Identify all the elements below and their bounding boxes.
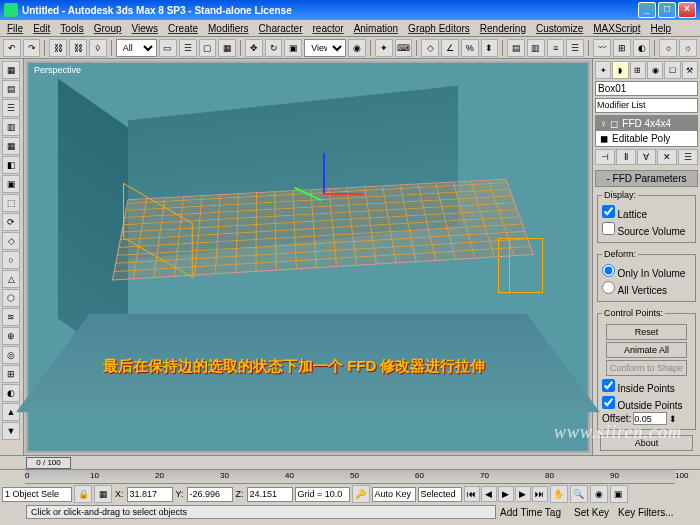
key-icon[interactable]: 🔑 [352, 485, 370, 503]
x-axis-icon[interactable] [323, 193, 363, 195]
display-tab[interactable]: ☐ [664, 61, 680, 79]
timeline-ruler[interactable]: 0102030405060708090100 [25, 470, 675, 484]
keyfilters-button[interactable]: Key Filters... [618, 507, 674, 518]
maximize-button[interactable]: □ [658, 2, 676, 18]
time-slider[interactable]: 0 / 100 [26, 457, 71, 469]
window-crossing-button[interactable]: ▦ [218, 39, 236, 57]
outside-points-checkbox[interactable]: Outside Points [602, 395, 691, 412]
modifier-list-dropdown[interactable]: Modifier List [595, 98, 698, 113]
render-scene-button[interactable]: ☼ [659, 39, 677, 57]
scale-button[interactable]: ▣ [284, 39, 302, 57]
motion-tab[interactable]: ◉ [647, 61, 663, 79]
lock-button[interactable]: 🔒 [74, 485, 92, 503]
material-button[interactable]: ◐ [633, 39, 651, 57]
configure-button[interactable]: ☰ [678, 149, 698, 165]
select-region-button[interactable]: ▢ [199, 39, 217, 57]
inside-points-checkbox[interactable]: Inside Points [602, 378, 691, 395]
menu-modifiers[interactable]: Modifiers [203, 23, 254, 34]
menu-graph editors[interactable]: Graph Editors [403, 23, 475, 34]
tool-icon[interactable]: ▥ [2, 118, 20, 136]
mirror-button[interactable]: ▥ [527, 39, 545, 57]
object-name-input[interactable] [595, 81, 698, 96]
autokey-button[interactable]: Auto Key [372, 487, 416, 502]
tool-icon[interactable]: △ [2, 270, 20, 288]
time-tag[interactable]: Add Time Tag [500, 507, 570, 518]
curve-editor-button[interactable]: 〰 [593, 39, 611, 57]
menu-edit[interactable]: Edit [28, 23, 55, 34]
show-result-button[interactable]: Ⅱ [616, 149, 636, 165]
viewport-perspective[interactable]: Perspective 最后在保持边的选取的状态下加一个 FFD 修改器进行拉伸 [26, 61, 590, 453]
y-coord-input[interactable]: -26.996 [187, 487, 233, 502]
z-coord-input[interactable]: 24.151 [247, 487, 293, 502]
schematic-button[interactable]: ⊞ [613, 39, 631, 57]
lattice-checkbox[interactable]: Lattice [602, 204, 691, 221]
goto-end-button[interactable]: ⏭ [532, 486, 548, 502]
play-button[interactable]: ▶ [498, 486, 514, 502]
menu-reactor[interactable]: reactor [308, 23, 349, 34]
all-vertices-radio[interactable]: All Vertices [602, 280, 691, 297]
tool-icon[interactable]: ⬡ [2, 289, 20, 307]
menu-group[interactable]: Group [89, 23, 127, 34]
time-slider-track[interactable]: 0 / 100 [0, 456, 700, 470]
percent-snap-button[interactable]: % [461, 39, 479, 57]
link-button[interactable]: ⛓ [49, 39, 67, 57]
menu-help[interactable]: Help [645, 23, 676, 34]
minimize-button[interactable]: _ [638, 2, 656, 18]
pan-view-button[interactable]: ✋ [550, 485, 568, 503]
keymode-button[interactable]: ⌨ [395, 39, 413, 57]
source-volume-checkbox[interactable]: Source Volume [602, 221, 691, 238]
menu-animation[interactable]: Animation [349, 23, 403, 34]
menu-maxscript[interactable]: MAXScript [588, 23, 645, 34]
prev-frame-button[interactable]: ◀ [481, 486, 497, 502]
tool-icon[interactable]: ◎ [2, 346, 20, 364]
create-tab[interactable]: ✦ [595, 61, 611, 79]
tool-icon[interactable]: ☰ [2, 99, 20, 117]
only-in-volume-radio[interactable]: Only In Volume [602, 263, 691, 280]
tool-icon[interactable]: ⟳ [2, 213, 20, 231]
stack-item-editablepoly[interactable]: ◼ Editable Poly [596, 131, 697, 146]
selection-filter-dropdown[interactable]: All [116, 39, 157, 57]
tool-icon[interactable]: ≋ [2, 308, 20, 326]
angle-snap-button[interactable]: ∠ [441, 39, 459, 57]
menu-views[interactable]: Views [127, 23, 164, 34]
tool-icon[interactable]: ○ [2, 251, 20, 269]
select-button[interactable]: ▭ [159, 39, 177, 57]
modify-tab[interactable]: ◗ [612, 61, 628, 79]
menu-create[interactable]: Create [163, 23, 203, 34]
layers-button[interactable]: ☰ [566, 39, 584, 57]
animate-all-button[interactable]: Animate All [606, 342, 686, 358]
redo-button[interactable]: ↷ [23, 39, 41, 57]
named-sel-button[interactable]: ▤ [507, 39, 525, 57]
bind-button[interactable]: ◊ [89, 39, 107, 57]
next-frame-button[interactable]: ▶ [515, 486, 531, 502]
stack-item-ffd[interactable]: ♀ ◻ FFD 4x4x4 [596, 116, 697, 131]
unique-button[interactable]: ∀ [637, 149, 657, 165]
menu-character[interactable]: Character [254, 23, 308, 34]
tool-icon[interactable]: ⊕ [2, 327, 20, 345]
select-name-button[interactable]: ☰ [179, 39, 197, 57]
zoom-button[interactable]: 🔍 [570, 485, 588, 503]
menu-rendering[interactable]: Rendering [475, 23, 531, 34]
maxview-button[interactable]: ▣ [610, 485, 628, 503]
tool-icon[interactable]: ◐ [2, 384, 20, 402]
reset-button[interactable]: Reset [606, 324, 686, 340]
align-button[interactable]: ≡ [547, 39, 565, 57]
tool-icon[interactable]: ◧ [2, 156, 20, 174]
undo-button[interactable]: ↶ [3, 39, 21, 57]
tool-icon[interactable]: ⬚ [2, 194, 20, 212]
close-button[interactable]: × [678, 2, 696, 18]
unlink-button[interactable]: ⛓ [69, 39, 87, 57]
center-button[interactable]: ◉ [348, 39, 366, 57]
goto-start-button[interactable]: ⏮ [464, 486, 480, 502]
quick-render-button[interactable]: ☼ [679, 39, 697, 57]
menu-tools[interactable]: Tools [55, 23, 88, 34]
tool-icon[interactable]: ▼ [2, 422, 20, 440]
tool-icon[interactable]: ▣ [2, 175, 20, 193]
tool-icon[interactable]: ▤ [2, 80, 20, 98]
pin-stack-button[interactable]: ⊣ [595, 149, 615, 165]
z-axis-icon[interactable] [323, 153, 325, 193]
move-button[interactable]: ✥ [245, 39, 263, 57]
tool-icon[interactable]: ◇ [2, 232, 20, 250]
x-coord-input[interactable]: 31.817 [127, 487, 173, 502]
rotate-button[interactable]: ↻ [265, 39, 283, 57]
